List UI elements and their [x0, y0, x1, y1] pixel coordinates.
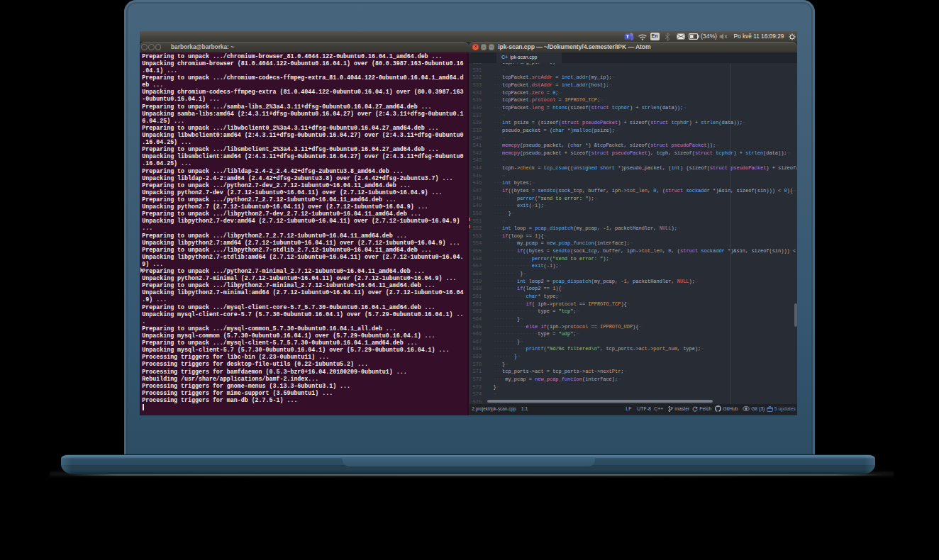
svg-text:T: T	[626, 33, 630, 40]
